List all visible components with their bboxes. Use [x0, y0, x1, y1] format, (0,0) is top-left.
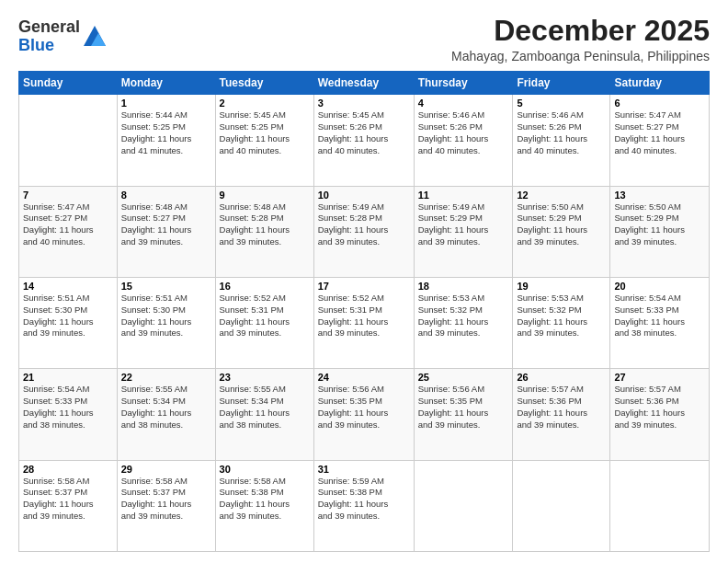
subtitle: Mahayag, Zamboanga Peninsula, Philippine…	[451, 49, 710, 63]
col-friday: Friday	[513, 72, 610, 95]
day-number: 20	[614, 281, 705, 292]
day-number: 28	[23, 464, 113, 475]
day-info: Sunrise: 5:59 AM Sunset: 5:38 PM Dayligh…	[318, 476, 410, 523]
day-info: Sunrise: 5:48 AM Sunset: 5:27 PM Dayligh…	[121, 201, 211, 248]
day-info: Sunrise: 5:45 AM Sunset: 5:25 PM Dayligh…	[220, 109, 310, 156]
month-title: December 2025	[451, 15, 710, 47]
table-cell: 11Sunrise: 5:49 AM Sunset: 5:29 PM Dayli…	[414, 186, 513, 277]
day-number: 10	[318, 190, 410, 201]
table-cell: 9Sunrise: 5:48 AM Sunset: 5:28 PM Daylig…	[215, 186, 313, 277]
table-cell	[19, 95, 118, 186]
day-info: Sunrise: 5:54 AM Sunset: 5:33 PM Dayligh…	[23, 384, 113, 431]
table-cell: 30Sunrise: 5:58 AM Sunset: 5:38 PM Dayli…	[215, 460, 313, 551]
day-number: 7	[23, 190, 113, 201]
day-number: 27	[614, 372, 705, 383]
table-cell: 29Sunrise: 5:58 AM Sunset: 5:37 PM Dayli…	[117, 460, 215, 551]
table-cell: 3Sunrise: 5:45 AM Sunset: 5:26 PM Daylig…	[313, 95, 414, 186]
day-info: Sunrise: 5:57 AM Sunset: 5:36 PM Dayligh…	[614, 384, 705, 431]
day-number: 18	[418, 281, 509, 292]
day-number: 19	[517, 281, 606, 292]
table-cell: 14Sunrise: 5:51 AM Sunset: 5:30 PM Dayli…	[19, 277, 118, 368]
day-number: 15	[121, 281, 211, 292]
day-number: 12	[517, 190, 606, 201]
day-number: 3	[318, 98, 410, 109]
day-number: 31	[318, 464, 410, 475]
calendar-page: General Blue December 2025 Mahayag, Zamb…	[0, 0, 728, 563]
table-cell: 26Sunrise: 5:57 AM Sunset: 5:36 PM Dayli…	[513, 369, 610, 460]
table-cell: 28Sunrise: 5:58 AM Sunset: 5:37 PM Dayli…	[19, 460, 118, 551]
day-number: 23	[220, 372, 310, 383]
table-cell: 7Sunrise: 5:47 AM Sunset: 5:27 PM Daylig…	[19, 186, 118, 277]
table-cell: 12Sunrise: 5:50 AM Sunset: 5:29 PM Dayli…	[513, 186, 610, 277]
col-saturday: Saturday	[610, 72, 710, 95]
day-number: 30	[220, 464, 310, 475]
day-info: Sunrise: 5:49 AM Sunset: 5:29 PM Dayligh…	[418, 201, 509, 248]
day-number: 13	[614, 190, 705, 201]
table-cell	[610, 460, 710, 551]
col-thursday: Thursday	[414, 72, 513, 95]
header: General Blue December 2025 Mahayag, Zamb…	[18, 15, 710, 63]
logo-icon	[82, 24, 108, 50]
day-info: Sunrise: 5:49 AM Sunset: 5:28 PM Dayligh…	[318, 201, 410, 248]
week-row-4: 21Sunrise: 5:54 AM Sunset: 5:33 PM Dayli…	[19, 369, 710, 460]
day-number: 29	[121, 464, 211, 475]
day-info: Sunrise: 5:51 AM Sunset: 5:30 PM Dayligh…	[121, 293, 211, 339]
day-number: 2	[220, 98, 310, 109]
logo: General Blue	[18, 18, 108, 55]
table-cell: 17Sunrise: 5:52 AM Sunset: 5:31 PM Dayli…	[313, 277, 414, 368]
table-cell: 5Sunrise: 5:46 AM Sunset: 5:26 PM Daylig…	[513, 95, 610, 186]
col-monday: Monday	[117, 72, 215, 95]
table-cell: 10Sunrise: 5:49 AM Sunset: 5:28 PM Dayli…	[313, 186, 414, 277]
day-info: Sunrise: 5:45 AM Sunset: 5:26 PM Dayligh…	[318, 109, 410, 156]
day-number: 11	[418, 190, 509, 201]
table-cell: 21Sunrise: 5:54 AM Sunset: 5:33 PM Dayli…	[19, 369, 118, 460]
day-number: 24	[318, 372, 410, 383]
day-info: Sunrise: 5:51 AM Sunset: 5:30 PM Dayligh…	[23, 293, 113, 339]
table-cell: 8Sunrise: 5:48 AM Sunset: 5:27 PM Daylig…	[117, 186, 215, 277]
day-number: 17	[318, 281, 410, 292]
week-row-3: 14Sunrise: 5:51 AM Sunset: 5:30 PM Dayli…	[19, 277, 710, 368]
day-info: Sunrise: 5:48 AM Sunset: 5:28 PM Dayligh…	[220, 201, 310, 248]
col-tuesday: Tuesday	[215, 72, 313, 95]
day-number: 16	[220, 281, 310, 292]
day-number: 1	[121, 98, 211, 109]
table-cell: 13Sunrise: 5:50 AM Sunset: 5:29 PM Dayli…	[610, 186, 710, 277]
col-sunday: Sunday	[19, 72, 118, 95]
col-wednesday: Wednesday	[313, 72, 414, 95]
day-number: 14	[23, 281, 113, 292]
title-block: December 2025 Mahayag, Zamboanga Peninsu…	[451, 15, 710, 63]
table-cell: 4Sunrise: 5:46 AM Sunset: 5:26 PM Daylig…	[414, 95, 513, 186]
day-number: 26	[517, 372, 606, 383]
day-number: 5	[517, 98, 606, 109]
table-cell: 2Sunrise: 5:45 AM Sunset: 5:25 PM Daylig…	[215, 95, 313, 186]
table-cell	[513, 460, 610, 551]
table-cell: 19Sunrise: 5:53 AM Sunset: 5:32 PM Dayli…	[513, 277, 610, 368]
day-number: 25	[418, 372, 509, 383]
day-number: 21	[23, 372, 113, 383]
day-info: Sunrise: 5:46 AM Sunset: 5:26 PM Dayligh…	[517, 109, 606, 156]
table-cell: 22Sunrise: 5:55 AM Sunset: 5:34 PM Dayli…	[117, 369, 215, 460]
table-cell: 16Sunrise: 5:52 AM Sunset: 5:31 PM Dayli…	[215, 277, 313, 368]
day-info: Sunrise: 5:58 AM Sunset: 5:37 PM Dayligh…	[23, 476, 113, 523]
calendar-table: Sunday Monday Tuesday Wednesday Thursday…	[18, 71, 710, 552]
day-number: 9	[220, 190, 310, 201]
table-cell: 27Sunrise: 5:57 AM Sunset: 5:36 PM Dayli…	[610, 369, 710, 460]
table-cell: 1Sunrise: 5:44 AM Sunset: 5:25 PM Daylig…	[117, 95, 215, 186]
day-info: Sunrise: 5:53 AM Sunset: 5:32 PM Dayligh…	[418, 293, 509, 339]
table-cell: 20Sunrise: 5:54 AM Sunset: 5:33 PM Dayli…	[610, 277, 710, 368]
day-info: Sunrise: 5:54 AM Sunset: 5:33 PM Dayligh…	[614, 293, 705, 339]
day-info: Sunrise: 5:58 AM Sunset: 5:37 PM Dayligh…	[121, 476, 211, 523]
logo-blue: Blue	[18, 36, 54, 54]
table-cell	[414, 460, 513, 551]
calendar-header-row: Sunday Monday Tuesday Wednesday Thursday…	[19, 72, 710, 95]
day-info: Sunrise: 5:57 AM Sunset: 5:36 PM Dayligh…	[517, 384, 606, 431]
table-cell: 18Sunrise: 5:53 AM Sunset: 5:32 PM Dayli…	[414, 277, 513, 368]
day-info: Sunrise: 5:56 AM Sunset: 5:35 PM Dayligh…	[318, 384, 410, 431]
week-row-2: 7Sunrise: 5:47 AM Sunset: 5:27 PM Daylig…	[19, 186, 710, 277]
day-number: 8	[121, 190, 211, 201]
table-cell: 24Sunrise: 5:56 AM Sunset: 5:35 PM Dayli…	[313, 369, 414, 460]
table-cell: 31Sunrise: 5:59 AM Sunset: 5:38 PM Dayli…	[313, 460, 414, 551]
table-cell: 6Sunrise: 5:47 AM Sunset: 5:27 PM Daylig…	[610, 95, 710, 186]
table-cell: 25Sunrise: 5:56 AM Sunset: 5:35 PM Dayli…	[414, 369, 513, 460]
logo-general: General	[18, 17, 80, 36]
